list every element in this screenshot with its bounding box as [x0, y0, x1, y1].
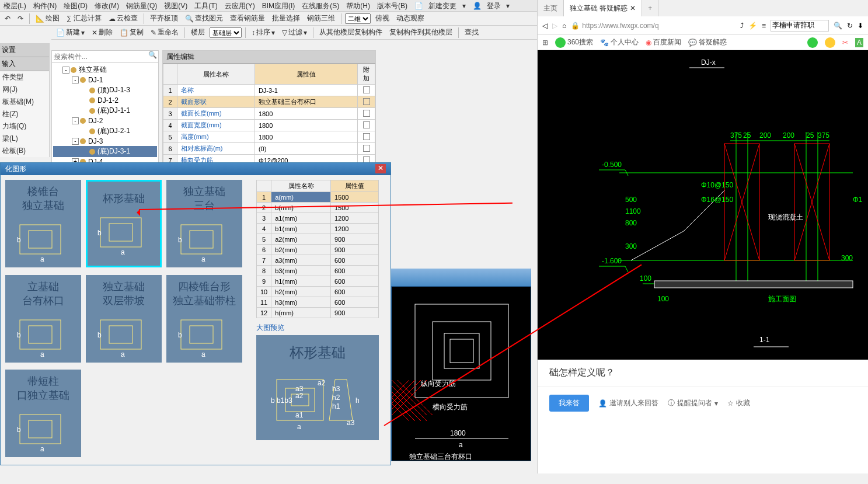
tree-node[interactable]: -DJ-3	[53, 137, 157, 146]
param-row[interactable]: 4b1(mm)1200	[257, 224, 379, 234]
menu-change[interactable]: 📄 新建变更 ▾	[411, 0, 469, 11]
tree-node[interactable]: (底)DJ-2-1	[53, 126, 157, 137]
tree-node[interactable]: -DJ-2	[53, 116, 157, 126]
rebar-3d-button[interactable]: 钢筋三维	[305, 13, 337, 24]
ext1-icon[interactable]	[807, 37, 818, 48]
find-button[interactable]: 查找	[462, 27, 481, 38]
param-row[interactable]: 3a1(mm)1200	[257, 213, 379, 224]
shape-item[interactable]: 独立基础双层带坡ba	[86, 275, 162, 363]
menu-version[interactable]: 版本号(B)	[374, 0, 411, 11]
delete-button[interactable]: ✕ 删除	[89, 27, 115, 38]
floor-select[interactable]: 基础层	[210, 27, 242, 38]
translate-icon[interactable]: A	[855, 38, 863, 47]
param-row[interactable]: 1a(mm)1500	[257, 192, 379, 203]
left-item-beam[interactable]: 梁(L)	[0, 133, 49, 145]
menu-online[interactable]: 在线服务(S)	[298, 0, 343, 11]
menu-tools[interactable]: 工具(T)	[191, 0, 221, 11]
left-item-type[interactable]: 件类型	[0, 71, 49, 83]
menu-icon[interactable]: ≡	[762, 22, 766, 30]
menu-help[interactable]: 帮助(H)	[343, 0, 374, 11]
menu-modify[interactable]: 修改(M)	[91, 0, 123, 11]
property-row[interactable]: 4截面宽度(mm)1800	[163, 120, 375, 131]
property-row[interactable]: 6相对底标高(m)(0)	[163, 143, 375, 155]
menu-draw[interactable]: 绘图(D)	[60, 0, 91, 11]
share-icon[interactable]: ⤴	[740, 22, 744, 30]
filter-button[interactable]: ▽ 过滤 ▾	[280, 27, 309, 38]
param-row[interactable]: 7a3(mm)600	[257, 255, 379, 266]
expand-icon[interactable]: ⊞	[542, 39, 548, 47]
ext2-icon[interactable]	[825, 37, 835, 48]
left-item-grid[interactable]: 网(J)	[0, 83, 49, 96]
menu-bim[interactable]: BIM应用(I)	[259, 0, 299, 11]
calc-button[interactable]: ∑ 汇总计算	[64, 13, 104, 24]
level-button[interactable]: 平齐板顶	[148, 13, 180, 24]
menu-component[interactable]: 构件(N)	[30, 0, 61, 11]
tree-node[interactable]: (底)DJ-1-1	[53, 105, 157, 116]
search-input[interactable]	[52, 51, 147, 62]
view-mode-select[interactable]: 二维	[345, 13, 371, 24]
menu-view[interactable]: 视图(V)	[161, 0, 191, 11]
menu-floor[interactable]: 楼层(L)	[0, 0, 30, 11]
shape-item[interactable]: 带短柱口独立基础ba	[5, 370, 81, 457]
draw-button[interactable]: 📐 绘图	[33, 13, 62, 24]
rename-button[interactable]: ✎ 重命名	[148, 27, 181, 38]
cloud-check-button[interactable]: ☁ 云检查	[106, 13, 140, 24]
property-row[interactable]: 3截面长度(mm)1800	[163, 108, 375, 120]
left-item-slab[interactable]: 板基础(M)	[0, 96, 49, 108]
param-row[interactable]: 12h(mm)900	[257, 308, 379, 318]
new-button[interactable]: 📄 新建 ▾	[54, 27, 87, 38]
redo-button[interactable]: ↷	[15, 14, 26, 23]
tree-node[interactable]: DJ-1-2	[53, 96, 157, 105]
nav-baidu[interactable]: ◉百度新闻	[646, 37, 681, 47]
reload-icon[interactable]: ↻	[847, 22, 853, 30]
back-icon[interactable]: ◁	[542, 22, 548, 30]
property-row[interactable]: 2截面形状独立基础三台有杯口	[163, 96, 375, 108]
param-row[interactable]: 6b2(mm)900	[257, 245, 379, 255]
tree-node[interactable]: (顶)DJ-1-3	[53, 85, 157, 96]
left-item-wall[interactable]: 力墙(Q)	[0, 120, 49, 133]
menu-cloud[interactable]: 云应用(Y)	[221, 0, 259, 11]
browser-search-input[interactable]	[771, 20, 829, 32]
search-icon[interactable]: 🔍	[147, 51, 158, 62]
forward-icon[interactable]: ▷	[552, 22, 557, 30]
menu-rebar[interactable]: 钢筋量(Q)	[123, 0, 161, 11]
answer-button[interactable]: 我来答	[549, 395, 589, 412]
tree-node[interactable]: -DJ-1	[53, 75, 157, 85]
param-row[interactable]: 11h3(mm)600	[257, 297, 379, 308]
tab-close-icon[interactable]: ✕	[630, 4, 636, 12]
browser-tab-home[interactable]: 主页	[538, 0, 564, 16]
scissors-icon[interactable]: ✂	[842, 39, 848, 47]
param-row[interactable]: 8b3(mm)600	[257, 266, 379, 276]
nav-qa[interactable]: 💬答疑解惑	[688, 37, 727, 47]
close-icon[interactable]: ✕	[375, 164, 386, 173]
shape-item[interactable]: 楼锥台独立基础ba	[5, 180, 81, 267]
tree-node[interactable]: (底)DJ-3-1	[53, 146, 157, 157]
orbit-button[interactable]: 动态观察	[394, 13, 427, 24]
param-row[interactable]: 5a2(mm)900	[257, 234, 379, 245]
favorite-link[interactable]: ☆ 收藏	[727, 398, 750, 408]
left-item-board[interactable]: 砼板(B)	[0, 145, 49, 157]
browser-tab-active[interactable]: 独立基础 答疑解惑 ✕	[564, 0, 642, 16]
remind-link[interactable]: ⓘ 提醒提问者 ▾	[668, 398, 718, 408]
shape-item[interactable]: 独立基础三台ba	[166, 180, 242, 267]
property-row[interactable]: 5高度(mm)1800	[163, 131, 375, 143]
menu-login[interactable]: 👤 登录 ▾	[469, 0, 514, 11]
find-elem-button[interactable]: 🔍 查找图元	[183, 13, 225, 24]
home-icon[interactable]: ⌂	[562, 22, 566, 30]
shape-item[interactable]: 杯形基础ba	[86, 180, 162, 267]
undo-button[interactable]: ↶	[2, 14, 13, 23]
batch-select-button[interactable]: 批量选择	[270, 13, 302, 24]
sort-button[interactable]: ↕ 排序 ▾	[249, 27, 277, 38]
param-row[interactable]: 9h1(mm)600	[257, 276, 379, 287]
tree-root[interactable]: -独立基础	[53, 64, 157, 75]
copy-from-button[interactable]: 从其他楼层复制构件	[317, 27, 385, 38]
invite-link[interactable]: 👤 邀请别人来回答	[598, 398, 658, 408]
flash-icon[interactable]: ⚡	[748, 22, 757, 30]
shape-item[interactable]: 四棱锥台形独立基础带柱ba	[166, 275, 242, 363]
copy-button[interactable]: 📋 复制	[117, 27, 146, 38]
download-icon[interactable]: ⬇	[857, 22, 863, 30]
left-item-column[interactable]: 柱(Z)	[0, 108, 49, 120]
copy-to-button[interactable]: 复制构件到其他楼层	[387, 27, 455, 38]
nav-personal[interactable]: 🐾个人中心	[600, 37, 639, 47]
shape-item[interactable]: 立基础台有杯口ba	[5, 275, 81, 363]
